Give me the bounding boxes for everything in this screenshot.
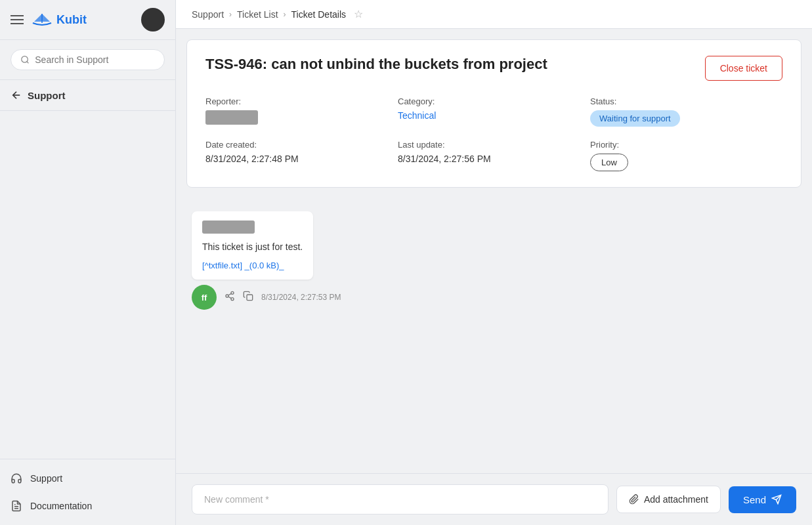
new-comment-input[interactable] bbox=[192, 484, 609, 514]
priority-label: Priority: bbox=[590, 140, 782, 150]
ticket-detail-card: TSS-946: can not unbind the buckets from… bbox=[186, 39, 801, 188]
comment-item: This ticket is just for test. [^txtfile.… bbox=[192, 211, 796, 310]
status-section: Status: Waiting for support bbox=[590, 96, 782, 127]
svg-line-10 bbox=[228, 293, 232, 295]
svg-point-7 bbox=[226, 295, 228, 297]
paperclip-icon bbox=[629, 494, 639, 505]
svg-point-6 bbox=[231, 291, 234, 294]
reporter-label: Reporter: bbox=[205, 96, 398, 106]
sidebar-documentation-label: Documentation bbox=[30, 501, 92, 511]
status-badge: Waiting for support bbox=[590, 110, 680, 127]
headset-icon bbox=[11, 472, 22, 484]
comment-footer: ff 8/31/2024, 2:27:53 PM bbox=[192, 285, 341, 310]
close-ticket-button[interactable]: Close ticket bbox=[705, 56, 782, 81]
last-update-label: Last update: bbox=[398, 140, 590, 150]
copy-icon[interactable] bbox=[243, 291, 253, 304]
breadcrumb-support[interactable]: Support bbox=[192, 9, 224, 20]
search-area bbox=[0, 40, 175, 80]
date-created-section: Date created: 8/31/2024, 2:27:48 PM bbox=[205, 140, 398, 171]
date-created-label: Date created: bbox=[205, 140, 398, 150]
reporter-value-block bbox=[205, 110, 258, 125]
chevron-icon-1: › bbox=[229, 10, 232, 19]
comment-author-block bbox=[202, 220, 255, 234]
main: Support › Ticket List › Ticket Details ☆… bbox=[176, 0, 812, 525]
ticket-title: TSS-946: can not unbind the buckets from… bbox=[205, 56, 547, 73]
sidebar-item-documentation[interactable]: Documentation bbox=[0, 492, 175, 520]
svg-line-2 bbox=[27, 62, 29, 64]
send-button[interactable]: Send bbox=[729, 486, 796, 513]
ticket-title-row: TSS-946: can not unbind the buckets from… bbox=[205, 56, 782, 81]
comment-timestamp: 8/31/2024, 2:27:53 PM bbox=[261, 293, 341, 302]
ticket-meta: Reporter: Category: Technical Status: Wa… bbox=[205, 96, 782, 171]
category-label: Category: bbox=[398, 96, 590, 106]
share-icon[interactable] bbox=[224, 291, 235, 304]
date-created-value: 8/31/2024, 2:27:48 PM bbox=[205, 154, 398, 164]
sidebar-bottom: Support Documentation bbox=[0, 459, 175, 525]
star-icon[interactable]: ☆ bbox=[354, 8, 363, 20]
send-label: Send bbox=[743, 494, 766, 505]
chevron-icon-2: › bbox=[284, 10, 286, 19]
search-icon bbox=[20, 54, 30, 65]
status-label: Status: bbox=[590, 96, 782, 106]
last-update-section: Last update: 8/31/2024, 2:27:56 PM bbox=[398, 140, 590, 171]
sidebar: Kubit Support Support Documenta bbox=[0, 0, 176, 525]
comment-bubble: This ticket is just for test. [^txtfile.… bbox=[192, 211, 313, 280]
svg-point-8 bbox=[231, 298, 234, 301]
breadcrumb-ticket-details: Ticket Details bbox=[291, 9, 347, 20]
back-button[interactable]: Support bbox=[0, 80, 175, 111]
priority-section: Priority: Low bbox=[590, 140, 782, 171]
svg-point-1 bbox=[22, 56, 28, 63]
reporter-section: Reporter: bbox=[205, 96, 398, 127]
boat-icon bbox=[32, 12, 53, 27]
add-attachment-label: Add attachment bbox=[644, 494, 708, 505]
comment-text: This ticket is just for test. bbox=[202, 240, 303, 254]
add-attachment-button[interactable]: Add attachment bbox=[616, 486, 721, 513]
svg-line-9 bbox=[228, 297, 232, 299]
search-box[interactable] bbox=[11, 49, 165, 70]
category-section: Category: Technical bbox=[398, 96, 590, 127]
svg-rect-11 bbox=[247, 295, 253, 301]
breadcrumb: Support › Ticket List › Ticket Details ☆ bbox=[176, 0, 812, 29]
content-area: TSS-946: can not unbind the buckets from… bbox=[176, 29, 812, 525]
back-label: Support bbox=[28, 90, 66, 101]
arrow-left-icon bbox=[11, 89, 22, 101]
comment-avatar: ff bbox=[192, 285, 217, 310]
bottom-input-area: Add attachment Send bbox=[176, 473, 812, 525]
last-update-value: 8/31/2024, 2:27:56 PM bbox=[398, 154, 590, 164]
comments-area: This ticket is just for test. [^txtfile.… bbox=[176, 198, 812, 473]
logo-area: Kubit bbox=[32, 12, 87, 27]
user-avatar-header[interactable] bbox=[141, 8, 165, 32]
category-value[interactable]: Technical bbox=[398, 110, 590, 121]
priority-badge: Low bbox=[590, 154, 628, 171]
comment-attachment[interactable]: [^txtfile.txt] _(0.0 kB)_ bbox=[202, 261, 303, 270]
sidebar-header: Kubit bbox=[0, 0, 175, 40]
hamburger-icon[interactable] bbox=[11, 15, 24, 24]
send-icon bbox=[771, 494, 782, 505]
document-icon bbox=[11, 500, 22, 512]
logo-text: Kubit bbox=[56, 13, 87, 27]
sidebar-support-label: Support bbox=[30, 473, 62, 484]
breadcrumb-ticket-list[interactable]: Ticket List bbox=[237, 9, 278, 20]
sidebar-item-support[interactable]: Support bbox=[0, 465, 175, 492]
search-input[interactable] bbox=[35, 54, 155, 65]
